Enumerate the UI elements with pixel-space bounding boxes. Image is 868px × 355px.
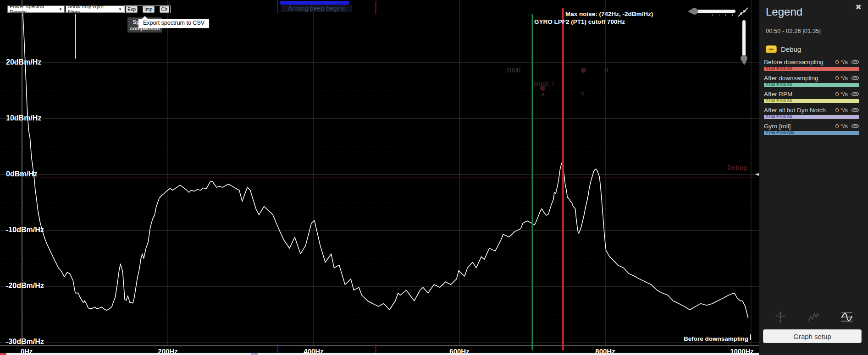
slider-tick <box>719 14 719 16</box>
legend-entry[interactable]: Before downsampling 0 °/s Z100 E100 S0 <box>764 58 859 71</box>
seek-marker-blue <box>251 353 258 355</box>
y-axis-label: -20dBm/Hz <box>6 282 44 290</box>
ghost-value-1000: 1000 <box>506 66 520 74</box>
y-axis-label: 10dBm/Hz <box>6 114 41 122</box>
ghost-value-neg4: -4 <box>539 91 545 98</box>
spectrum-curve <box>23 12 748 318</box>
analyser-type-value: Power Spectral Density <box>10 4 57 15</box>
trace-color-bar: Z100 E100 S0 <box>764 115 859 119</box>
slider-tick <box>732 14 733 16</box>
horizontal-zoom-knob[interactable] <box>691 8 698 15</box>
slider-tick <box>725 14 726 16</box>
eye-icon[interactable] <box>851 75 859 81</box>
slider-tick <box>699 14 699 16</box>
event-tick-red-bottom <box>375 344 376 353</box>
legend-sidebar: Legend ✖ 00:50 - 02:26 [01:35] Debug Bef… <box>759 0 868 355</box>
slider-tick <box>712 14 713 16</box>
zoom-vertical-icon[interactable] <box>774 311 786 323</box>
trace-value: 0 °/s <box>835 75 848 82</box>
horizontal-zoom-knob-point <box>688 9 691 14</box>
vertical-zoom-knob-point <box>742 61 746 65</box>
event-tick-blue-bottom <box>277 344 278 353</box>
y-axis-label: -10dBm/Hz <box>6 226 44 234</box>
eye-icon[interactable] <box>851 107 859 113</box>
filter-view-value: Show only Gyro filters <box>68 4 116 15</box>
legend-group-row: Debug <box>766 45 801 53</box>
export-tooltip: Export spectrum to CSV <box>138 19 209 28</box>
legend-entries: Before downsampling 0 °/s Z100 E100 S0 A… <box>764 58 859 138</box>
ghost-dot <box>581 68 586 73</box>
lpf-cutoff-label: GYRO LPF2 (PT1) cutoff 700Hz <box>534 18 625 25</box>
filter-view-select[interactable]: Show only Gyro filters ▼ <box>66 5 124 13</box>
y-axis-label: 20dBm/Hz <box>6 58 41 66</box>
collapse-icon[interactable] <box>736 6 749 17</box>
trace-value: 0 °/s <box>835 123 848 130</box>
legend-title: Legend <box>766 5 802 18</box>
vertical-zoom-knob[interactable] <box>741 55 747 62</box>
event-tick-blue-top <box>277 0 278 14</box>
minus-icon <box>769 49 774 50</box>
eye-icon[interactable] <box>851 59 859 65</box>
spectrum-analyser-icon[interactable] <box>840 311 853 323</box>
clear-button[interactable]: Clr <box>160 6 169 13</box>
ghost-dot <box>540 86 545 91</box>
graph-setup-button[interactable]: Graph setup <box>763 329 862 343</box>
legend-entry[interactable]: After RPM 0 °/s Z100 E100 S0 <box>764 90 859 103</box>
horizontal-zoom-slider[interactable] <box>694 10 735 13</box>
max-noise-label: Max noise: (742Hz, -2dBm/Hz) <box>565 11 653 17</box>
waveform-icon[interactable] <box>807 311 819 323</box>
event-marker-bar-blue <box>280 1 349 5</box>
trace-color-bar: Z100 E100 S0 <box>764 83 859 87</box>
eye-icon[interactable] <box>851 123 859 129</box>
trace-value: 0 °/s <box>835 107 848 114</box>
seek-marker-red <box>0 353 6 355</box>
y-axis-label: 0dBm/Hz <box>6 170 37 178</box>
sidebar-tools <box>759 311 868 323</box>
trace-name: After downsampling <box>764 75 835 82</box>
trace-name: After RPM <box>764 91 835 98</box>
tooltip-text: Export spectrum to CSV <box>143 20 205 26</box>
selected-trace-label[interactable]: Before downsampling <box>631 335 748 342</box>
eye-icon[interactable] <box>851 91 859 97</box>
legend-entry[interactable]: Gyro [roll] 0 °/s Z100 E100 S30 <box>764 122 859 135</box>
trace-name: Gyro [roll] <box>764 123 835 130</box>
collapse-group-button[interactable] <box>766 45 777 53</box>
trace-color-bar: Z100 E100 S0 <box>764 99 859 103</box>
legend-entry[interactable]: After downsampling 0 °/s Z100 E100 S0 <box>764 74 859 87</box>
seek-bar[interactable] <box>0 353 759 355</box>
ghost-debug-label: Debug <box>727 164 747 171</box>
trace-value: 0 °/s <box>835 59 848 66</box>
ghost-value-7: 7 <box>581 91 584 98</box>
close-icon[interactable]: ✖ <box>856 3 862 11</box>
trace-color-bar: Z100 E100 S0 <box>764 67 859 71</box>
legend-entry[interactable]: After all but Dyn Notch 0 °/s Z100 E100 … <box>764 106 859 119</box>
tooltip-arrow <box>142 16 148 19</box>
event-tick-red-top <box>375 1 376 14</box>
trace-name: Before downsampling <box>764 59 835 66</box>
arming-beep-label: Arming beep begins <box>281 5 352 12</box>
export-button[interactable]: Exp <box>126 6 138 13</box>
analyser-type-select[interactable]: Power Spectral Density ▼ <box>7 5 65 13</box>
ghost-value-0: 0 <box>604 66 608 74</box>
y-axis-label: -30dBm/Hz <box>6 338 44 346</box>
spectrum-chart: 20dBm/Hz10dBm/Hz0dBm/Hz-10dBm/Hz-20dBm/H… <box>0 0 759 355</box>
time-cursor-line[interactable] <box>75 14 76 59</box>
log-time-range: 00:50 - 02:26 [01:35] <box>766 27 821 34</box>
legend-group-label: Debug <box>781 45 801 53</box>
chevron-down-icon: ▼ <box>59 7 62 11</box>
spectrum-plot <box>0 0 759 355</box>
slider-tick <box>706 14 706 16</box>
trace-value: 0 °/s <box>835 91 848 98</box>
import-button[interactable]: Imp <box>143 6 155 13</box>
trace-name: After all but Dyn Notch <box>764 107 835 114</box>
spectrum-button-group: Exp Imp Clr <box>124 5 171 13</box>
trace-label-tick <box>750 334 751 340</box>
chevron-down-icon: ▼ <box>118 7 122 11</box>
trace-color-bar: Z100 E100 S30 <box>764 131 859 135</box>
